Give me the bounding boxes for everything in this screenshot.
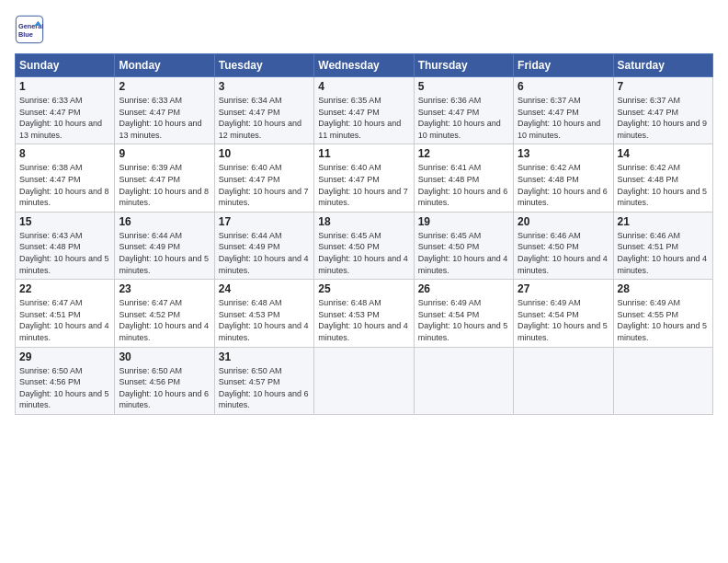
page-container: General Blue SundayMondayTuesdayWednesda… (0, 0, 728, 422)
calendar-table: SundayMondayTuesdayWednesdayThursdayFrid… (15, 53, 713, 415)
calendar-cell: 18Sunrise: 6:45 AMSunset: 4:50 PMDayligh… (314, 212, 414, 279)
calendar-cell: 22Sunrise: 6:47 AMSunset: 4:51 PMDayligh… (16, 280, 115, 347)
calendar-cell (514, 347, 613, 414)
day-info: Sunrise: 6:36 AMSunset: 4:47 PMDaylight:… (418, 95, 509, 141)
day-number: 17 (219, 215, 310, 228)
calendar-cell: 8Sunrise: 6:38 AMSunset: 4:47 PMDaylight… (16, 144, 115, 212)
day-number: 1 (19, 80, 110, 93)
day-info: Sunrise: 6:49 AMSunset: 4:55 PMDaylight:… (618, 297, 709, 343)
calendar-cell: 11Sunrise: 6:40 AMSunset: 4:47 PMDayligh… (314, 144, 414, 212)
calendar-cell: 14Sunrise: 6:42 AMSunset: 4:48 PMDayligh… (613, 144, 712, 212)
calendar-cell: 2Sunrise: 6:33 AMSunset: 4:47 PMDaylight… (115, 77, 214, 144)
calendar-cell: 7Sunrise: 6:37 AMSunset: 4:47 PMDaylight… (613, 77, 712, 144)
day-number: 20 (518, 215, 609, 228)
day-number: 29 (19, 350, 110, 363)
calendar-cell: 28Sunrise: 6:49 AMSunset: 4:55 PMDayligh… (613, 280, 712, 347)
day-number: 27 (518, 282, 609, 295)
day-info: Sunrise: 6:37 AMSunset: 4:47 PMDaylight:… (518, 95, 609, 141)
calendar-week: 8Sunrise: 6:38 AMSunset: 4:47 PMDaylight… (16, 144, 713, 212)
day-info: Sunrise: 6:35 AMSunset: 4:47 PMDaylight:… (318, 95, 409, 141)
calendar-cell (613, 347, 712, 414)
weekday-header: Wednesday (314, 54, 414, 77)
calendar-cell: 19Sunrise: 6:45 AMSunset: 4:50 PMDayligh… (414, 212, 513, 279)
day-info: Sunrise: 6:40 AMSunset: 4:47 PMDaylight:… (219, 162, 310, 208)
calendar-cell: 25Sunrise: 6:48 AMSunset: 4:53 PMDayligh… (314, 280, 414, 347)
weekday-header: Sunday (16, 54, 115, 77)
calendar-cell: 15Sunrise: 6:43 AMSunset: 4:48 PMDayligh… (16, 212, 115, 279)
calendar-cell: 9Sunrise: 6:39 AMSunset: 4:47 PMDaylight… (115, 144, 214, 212)
calendar-cell: 29Sunrise: 6:50 AMSunset: 4:56 PMDayligh… (16, 347, 115, 414)
calendar-cell: 6Sunrise: 6:37 AMSunset: 4:47 PMDaylight… (514, 77, 613, 144)
day-number: 16 (119, 215, 210, 228)
day-info: Sunrise: 6:47 AMSunset: 4:52 PMDaylight:… (119, 297, 210, 343)
weekday-header: Friday (514, 54, 613, 77)
day-info: Sunrise: 6:50 AMSunset: 4:56 PMDaylight:… (19, 365, 110, 411)
day-info: Sunrise: 6:48 AMSunset: 4:53 PMDaylight:… (219, 297, 310, 343)
day-info: Sunrise: 6:45 AMSunset: 4:50 PMDaylight:… (318, 230, 409, 276)
calendar-week: 22Sunrise: 6:47 AMSunset: 4:51 PMDayligh… (16, 280, 713, 347)
weekday-header: Monday (115, 54, 214, 77)
calendar-cell: 17Sunrise: 6:44 AMSunset: 4:49 PMDayligh… (214, 212, 313, 279)
calendar-cell: 20Sunrise: 6:46 AMSunset: 4:50 PMDayligh… (514, 212, 613, 279)
calendar-cell: 24Sunrise: 6:48 AMSunset: 4:53 PMDayligh… (214, 280, 313, 347)
day-number: 30 (119, 350, 210, 363)
day-info: Sunrise: 6:45 AMSunset: 4:50 PMDaylight:… (418, 230, 509, 276)
weekday-header: Thursday (414, 54, 513, 77)
calendar-week: 1Sunrise: 6:33 AMSunset: 4:47 PMDaylight… (16, 77, 713, 144)
day-info: Sunrise: 6:39 AMSunset: 4:47 PMDaylight:… (119, 162, 210, 208)
day-info: Sunrise: 6:50 AMSunset: 4:56 PMDaylight:… (119, 365, 210, 411)
day-info: Sunrise: 6:41 AMSunset: 4:48 PMDaylight:… (418, 162, 509, 208)
day-number: 26 (418, 282, 509, 295)
calendar-cell: 10Sunrise: 6:40 AMSunset: 4:47 PMDayligh… (214, 144, 313, 212)
calendar-cell: 5Sunrise: 6:36 AMSunset: 4:47 PMDaylight… (414, 77, 513, 144)
logo: General Blue (15, 15, 44, 44)
day-number: 18 (318, 215, 409, 228)
day-number: 2 (119, 80, 210, 93)
calendar-cell: 13Sunrise: 6:42 AMSunset: 4:48 PMDayligh… (514, 144, 613, 212)
day-number: 15 (19, 215, 110, 228)
day-info: Sunrise: 6:47 AMSunset: 4:51 PMDaylight:… (19, 297, 110, 343)
day-info: Sunrise: 6:42 AMSunset: 4:48 PMDaylight:… (518, 162, 609, 208)
logo-icon: General Blue (15, 15, 44, 44)
day-info: Sunrise: 6:40 AMSunset: 4:47 PMDaylight:… (318, 162, 409, 208)
day-number: 23 (119, 282, 210, 295)
day-info: Sunrise: 6:33 AMSunset: 4:47 PMDaylight:… (19, 95, 110, 141)
day-info: Sunrise: 6:44 AMSunset: 4:49 PMDaylight:… (219, 230, 310, 276)
calendar-header: SundayMondayTuesdayWednesdayThursdayFrid… (16, 54, 713, 77)
day-number: 31 (219, 350, 310, 363)
day-number: 14 (618, 147, 709, 160)
calendar-cell: 21Sunrise: 6:46 AMSunset: 4:51 PMDayligh… (613, 212, 712, 279)
weekday-header: Tuesday (214, 54, 313, 77)
day-info: Sunrise: 6:38 AMSunset: 4:47 PMDaylight:… (19, 162, 110, 208)
day-number: 22 (19, 282, 110, 295)
day-number: 13 (518, 147, 609, 160)
svg-text:General: General (18, 22, 43, 30)
day-number: 19 (418, 215, 509, 228)
calendar-cell: 1Sunrise: 6:33 AMSunset: 4:47 PMDaylight… (16, 77, 115, 144)
calendar-cell: 31Sunrise: 6:50 AMSunset: 4:57 PMDayligh… (214, 347, 313, 414)
day-number: 21 (618, 215, 709, 228)
calendar-cell: 4Sunrise: 6:35 AMSunset: 4:47 PMDaylight… (314, 77, 414, 144)
day-info: Sunrise: 6:37 AMSunset: 4:47 PMDaylight:… (618, 95, 709, 141)
calendar-cell: 3Sunrise: 6:34 AMSunset: 4:47 PMDaylight… (214, 77, 313, 144)
calendar-cell: 30Sunrise: 6:50 AMSunset: 4:56 PMDayligh… (115, 347, 214, 414)
calendar-cell: 16Sunrise: 6:44 AMSunset: 4:49 PMDayligh… (115, 212, 214, 279)
day-number: 8 (19, 147, 110, 160)
day-number: 5 (418, 80, 509, 93)
day-info: Sunrise: 6:42 AMSunset: 4:48 PMDaylight:… (618, 162, 709, 208)
weekday-header: Saturday (613, 54, 712, 77)
day-info: Sunrise: 6:50 AMSunset: 4:57 PMDaylight:… (219, 365, 310, 411)
calendar-cell (314, 347, 414, 414)
day-info: Sunrise: 6:44 AMSunset: 4:49 PMDaylight:… (119, 230, 210, 276)
day-number: 12 (418, 147, 509, 160)
svg-text:Blue: Blue (18, 30, 33, 39)
day-number: 28 (618, 282, 709, 295)
day-info: Sunrise: 6:46 AMSunset: 4:51 PMDaylight:… (618, 230, 709, 276)
calendar-cell: 27Sunrise: 6:49 AMSunset: 4:54 PMDayligh… (514, 280, 613, 347)
calendar-cell: 26Sunrise: 6:49 AMSunset: 4:54 PMDayligh… (414, 280, 513, 347)
day-number: 24 (219, 282, 310, 295)
day-number: 4 (318, 80, 409, 93)
day-info: Sunrise: 6:49 AMSunset: 4:54 PMDaylight:… (418, 297, 509, 343)
day-info: Sunrise: 6:33 AMSunset: 4:47 PMDaylight:… (119, 95, 210, 141)
day-number: 11 (318, 147, 409, 160)
